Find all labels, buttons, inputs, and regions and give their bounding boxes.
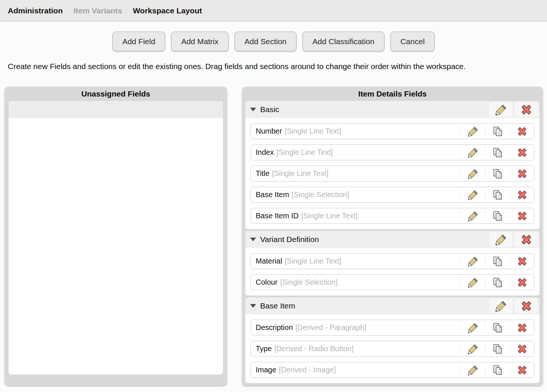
toolbar-button[interactable]: Add Classification — [302, 32, 384, 51]
pencil-icon — [468, 189, 479, 200]
copy-field-button[interactable] — [485, 320, 510, 335]
delete-field-button[interactable] — [510, 208, 534, 223]
edit-field-button[interactable] — [461, 362, 485, 378]
top-nav-item[interactable]: Administration — [8, 6, 63, 15]
copy-icon — [492, 322, 503, 333]
field-type: [Single Selection] — [280, 278, 338, 287]
delete-section-button[interactable] — [514, 102, 538, 117]
field-row[interactable]: Index [Single Line Text] — [250, 144, 534, 160]
field-row[interactable]: Description [Derived - Paragraph] — [250, 320, 534, 336]
section-content: Number [Single Line Text] — [245, 118, 540, 229]
delete-field-button[interactable] — [510, 145, 534, 160]
section-header[interactable]: Base Item — [245, 297, 540, 314]
pencil-icon — [495, 300, 507, 312]
toolbar-button[interactable]: Add Field — [112, 32, 166, 51]
field-row[interactable]: Base Item [Single Selection] — [250, 187, 534, 203]
triangle-down-icon[interactable] — [250, 108, 256, 111]
copy-icon — [492, 147, 503, 158]
edit-section-button[interactable] — [489, 232, 513, 247]
copy-field-button[interactable] — [485, 275, 510, 290]
sections-list: Basic — [245, 101, 540, 383]
field-row[interactable]: Image [Derived - Image] — [250, 362, 534, 378]
edit-field-button[interactable] — [461, 187, 485, 202]
pencil-icon — [468, 322, 479, 333]
edit-field-button[interactable] — [461, 341, 485, 356]
field-section: Base Item — [245, 297, 540, 383]
delete-field-button[interactable] — [510, 187, 534, 202]
field-name: Title — [256, 169, 269, 178]
field-row[interactable]: Base Item ID [Single Line Text] — [250, 208, 534, 224]
item-details-fields-panel: Item Details Fields Basic — [242, 87, 543, 385]
edit-field-button[interactable] — [461, 275, 485, 290]
delete-field-button[interactable] — [510, 341, 534, 356]
unassigned-fields-drop-area[interactable] — [9, 101, 223, 375]
field-label: Title [Single Line Text] — [251, 166, 461, 181]
field-row[interactable]: Number [Single Line Text] — [250, 123, 534, 139]
field-name: Base Item — [256, 190, 289, 199]
delete-field-button[interactable] — [510, 275, 534, 290]
unassigned-fields-panel: Unassigned Fields — [5, 87, 227, 385]
triangle-down-icon[interactable] — [250, 304, 256, 308]
delete-field-button[interactable] — [510, 124, 534, 139]
section-header[interactable]: Basic — [245, 101, 540, 118]
pencil-icon — [468, 147, 479, 158]
delete-field-button[interactable] — [510, 320, 534, 335]
instruction-text: Create new Fields and sections or edit t… — [8, 62, 547, 71]
edit-field-button[interactable] — [461, 208, 485, 223]
toolbar-button[interactable]: Cancel — [390, 32, 435, 51]
delete-field-button[interactable] — [510, 166, 534, 181]
field-type: [Single Line Text] — [285, 257, 341, 265]
section-name: Variant Definition — [260, 235, 319, 244]
field-name: Index — [256, 148, 274, 157]
edit-field-button[interactable] — [461, 145, 485, 160]
pencil-icon — [468, 168, 479, 179]
field-label: Image [Derived - Image] — [251, 362, 461, 378]
field-label: Base Item [Single Selection] — [251, 187, 461, 202]
unassigned-fields-title: Unassigned Fields — [9, 87, 223, 101]
copy-field-button[interactable] — [485, 341, 510, 356]
edit-section-button[interactable] — [489, 102, 513, 117]
copy-field-button[interactable] — [485, 187, 510, 202]
delete-section-button[interactable] — [514, 298, 538, 314]
copy-icon — [492, 189, 503, 200]
copy-icon — [492, 210, 503, 222]
copy-field-button[interactable] — [485, 254, 510, 269]
edit-field-button[interactable] — [461, 124, 485, 139]
top-nav-item[interactable]: Workspace Layout — [133, 6, 202, 15]
field-row[interactable]: Material [Single Line Text] — [250, 253, 534, 269]
delete-field-button[interactable] — [510, 362, 534, 378]
pencil-icon — [468, 343, 479, 355]
pencil-icon — [495, 104, 507, 116]
edit-section-button[interactable] — [489, 298, 513, 314]
field-section: Basic — [245, 101, 540, 229]
edit-field-button[interactable] — [461, 320, 485, 335]
field-row[interactable]: Colour [Single Selection] — [250, 274, 534, 290]
toolbar-button[interactable]: Add Section — [235, 32, 297, 51]
edit-field-button[interactable] — [461, 254, 485, 269]
copy-field-button[interactable] — [485, 124, 510, 139]
pencil-icon — [495, 233, 507, 246]
main-area: Unassigned Fields Item Details Fields Ba… — [5, 87, 547, 385]
delete-section-button[interactable] — [514, 232, 538, 247]
field-type: [Single Line Text] — [301, 212, 358, 220]
copy-field-button[interactable] — [485, 362, 510, 378]
delete-field-button[interactable] — [510, 254, 534, 269]
top-nav-item[interactable]: Item Variants — [73, 6, 122, 15]
copy-icon — [492, 256, 503, 267]
field-section: Variant Definition — [245, 231, 540, 295]
field-name: Colour — [256, 278, 278, 287]
field-name: Number — [256, 127, 282, 135]
copy-field-button[interactable] — [485, 145, 510, 160]
field-name: Type — [256, 344, 272, 353]
field-name: Material — [256, 257, 282, 265]
field-row[interactable]: Title [Single Line Text] — [250, 166, 534, 182]
section-header[interactable]: Variant Definition — [245, 231, 540, 248]
edit-field-button[interactable] — [461, 166, 485, 181]
delete-x-icon — [517, 126, 528, 137]
toolbar-button[interactable]: Add Matrix — [171, 32, 228, 51]
field-row[interactable]: Type [Derived - Radio Button] — [250, 341, 534, 357]
triangle-down-icon[interactable] — [250, 238, 256, 241]
copy-field-button[interactable] — [485, 208, 510, 223]
copy-field-button[interactable] — [485, 166, 510, 181]
field-type: [Single Line Text] — [285, 127, 341, 135]
